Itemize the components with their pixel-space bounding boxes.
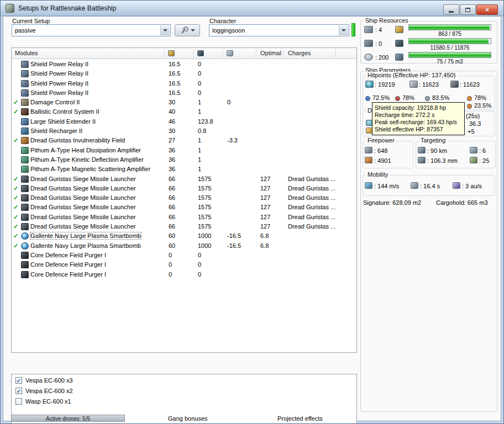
module-row[interactable]: ✓Dread Guristas Siege Missile Launcher66… bbox=[12, 193, 356, 203]
module-row[interactable]: ✓Dread Guristas Siege Missile Launcher66… bbox=[12, 203, 356, 212]
gang-bonuses-label[interactable]: Gang bonuses bbox=[168, 415, 208, 422]
module-row[interactable]: Shield Power Relay II16.50 bbox=[12, 60, 356, 69]
dronebay-icon bbox=[395, 54, 403, 61]
module-powergrid: 0 bbox=[198, 252, 201, 258]
column-header-optimal[interactable]: Optimal bbox=[260, 50, 281, 56]
setup-select[interactable]: passive bbox=[12, 24, 171, 36]
module-name: Pithum A-Type Kinetic Deflection Amplifi… bbox=[30, 156, 144, 163]
setup-tools-button[interactable] bbox=[175, 24, 200, 36]
module-optimal: 127 bbox=[260, 194, 270, 201]
slot-count: : 0 bbox=[375, 40, 382, 47]
module-name: Shield Power Relay II bbox=[30, 70, 88, 77]
cpu-column-icon[interactable] bbox=[168, 50, 175, 56]
module-row[interactable]: ✓Dread Guristas Siege Missile Launcher66… bbox=[12, 184, 356, 193]
module-row[interactable]: ✓Dread Guristas Siege Missile Launcher66… bbox=[12, 213, 356, 222]
module-row[interactable]: ✓Damage Control II3010 bbox=[12, 98, 356, 107]
launcher-module-icon bbox=[21, 194, 29, 202]
smartbomb-module-icon bbox=[21, 232, 29, 240]
drone-item[interactable]: ✓Vespa EC-600 x2 bbox=[12, 387, 356, 396]
character-select-arrow[interactable] bbox=[339, 25, 348, 35]
slot-count: : 4 bbox=[375, 26, 382, 33]
resource-bar-fill bbox=[409, 52, 491, 57]
module-row[interactable]: Pithum A-Type Kinetic Deflection Amplifi… bbox=[12, 155, 356, 165]
module-row[interactable]: ✓Dread Guristas Siege Missile Launcher66… bbox=[12, 222, 356, 231]
column-separator[interactable] bbox=[284, 49, 284, 58]
module-row[interactable]: Pithum A-Type Magnetic Scattering Amplif… bbox=[12, 165, 356, 174]
drone-item[interactable]: ✓Vespa EC-600 x3 bbox=[12, 377, 356, 386]
module-cpu: 30 bbox=[169, 128, 175, 134]
ship-resources-rows: : 4863 / 875: 011580.5 / 11875: 20075 / … bbox=[361, 22, 497, 63]
module-row[interactable]: ✓Ballistic Control System II401 bbox=[12, 107, 356, 116]
module-row[interactable]: Shield Power Relay II16.50 bbox=[12, 69, 356, 78]
close-button[interactable]: × bbox=[476, 4, 498, 15]
align-time-value: : 16.4 s bbox=[420, 183, 440, 189]
column-header-charges[interactable]: Charges bbox=[288, 50, 311, 56]
module-row[interactable]: ✓Gallente Navy Large Plasma Smartbomb601… bbox=[12, 241, 356, 251]
drone-checkbox[interactable]: ✓ bbox=[15, 377, 22, 384]
minimize-button[interactable] bbox=[443, 4, 459, 15]
module-row[interactable]: Core Defence Field Purger I00 bbox=[12, 251, 356, 260]
module-row[interactable]: Large Shield Extender II46123.8 bbox=[12, 117, 356, 126]
module-charges: Dread Guristas ... bbox=[288, 223, 335, 230]
module-name: Ballistic Control System II bbox=[30, 108, 99, 115]
module-row[interactable]: Shield Power Relay II16.50 bbox=[12, 88, 356, 98]
module-cpu: 36 bbox=[169, 166, 175, 172]
module-name: Large Shield Extender II bbox=[30, 118, 96, 125]
column-separator[interactable] bbox=[223, 49, 223, 58]
volley-value: : 4901 bbox=[374, 157, 391, 164]
module-powergrid: 1575 bbox=[198, 185, 211, 192]
module-name: Pithum A-Type Heat Dissipation Amplifier bbox=[30, 147, 141, 153]
module-cpu: 16.5 bbox=[169, 80, 180, 87]
module-row[interactable]: ✓Dread Guristas Siege Missile Launcher66… bbox=[12, 174, 356, 184]
maximize-button[interactable] bbox=[460, 4, 476, 15]
module-powergrid: 123.8 bbox=[198, 118, 213, 125]
column-separator[interactable] bbox=[335, 49, 336, 58]
module-powergrid: 1 bbox=[198, 166, 201, 172]
module-row[interactable]: Core Defence Field Purger I00 bbox=[12, 260, 356, 269]
module-capacitor: -16.5 bbox=[227, 232, 241, 239]
module-powergrid: 0 bbox=[198, 80, 201, 87]
column-separator[interactable] bbox=[193, 49, 194, 58]
modules-table[interactable]: Modules Optimal Charges Shield Power Rel… bbox=[11, 47, 357, 353]
module-cpu: 60 bbox=[169, 232, 175, 239]
column-separator[interactable] bbox=[256, 49, 256, 58]
module-optimal: 127 bbox=[260, 185, 270, 192]
scan-resolution-value: : 106.3 mm bbox=[427, 157, 458, 164]
projected-effects-label[interactable]: Projected effects bbox=[277, 415, 323, 422]
character-select[interactable]: loggingsoon bbox=[209, 24, 349, 36]
explosive-resist-icon bbox=[467, 104, 472, 109]
active-check-icon: ✓ bbox=[13, 204, 18, 211]
resource-bar bbox=[408, 38, 491, 44]
drone-checkbox[interactable] bbox=[15, 398, 22, 405]
max-velocity-icon bbox=[365, 182, 372, 189]
cargohold-value: Cargohold: 665 m3 bbox=[436, 199, 488, 206]
module-name: Shield Power Relay II bbox=[30, 89, 88, 96]
module-row[interactable]: Shield Power Relay II16.50 bbox=[12, 79, 356, 88]
active-check-icon: ✓ bbox=[13, 185, 18, 192]
volley-icon bbox=[365, 157, 372, 163]
module-row[interactable]: Shield Recharger II300.8 bbox=[12, 126, 356, 136]
pithum-module-icon bbox=[21, 166, 29, 173]
module-powergrid: 0 bbox=[198, 261, 201, 268]
drone-checkbox[interactable]: ✓ bbox=[15, 388, 22, 394]
shield-tooltip: Shield capacity: 19218.8 hp Recharge tim… bbox=[372, 102, 465, 135]
capacitor-column-icon[interactable] bbox=[227, 50, 233, 56]
module-row[interactable]: Core Defence Field Purger I00 bbox=[12, 270, 356, 279]
setup-select-arrow[interactable] bbox=[160, 25, 170, 35]
defense-fragment-bonus: +5 bbox=[468, 128, 475, 135]
launcher-hardpoints-icon bbox=[364, 40, 373, 47]
module-row[interactable]: ✓Dread Guristas Invulnerability Field271… bbox=[12, 136, 356, 145]
module-name: Pithum A-Type Magnetic Scattering Amplif… bbox=[30, 166, 150, 172]
column-separator[interactable] bbox=[164, 49, 165, 58]
column-header-modules[interactable]: Modules bbox=[15, 50, 38, 56]
defense-fragment-value: 36.3 bbox=[469, 120, 481, 127]
titlebar[interactable]: Setups for Rattlesnake Battleship × bbox=[1, 1, 503, 16]
module-row[interactable]: ✓Gallente Navy Large Plasma Smartbomb601… bbox=[12, 231, 356, 241]
resource-bar-fill bbox=[409, 39, 489, 44]
drone-item[interactable]: Wasp EC-600 x1 bbox=[12, 398, 356, 407]
powergrid-column-icon[interactable] bbox=[197, 50, 204, 56]
drone-label: Vespa EC-600 x2 bbox=[25, 388, 73, 394]
module-row[interactable]: Pithum A-Type Heat Dissipation Amplifier… bbox=[12, 146, 356, 155]
resource-value: 75 / 75 m3 bbox=[408, 59, 491, 65]
minimize-icon bbox=[449, 11, 454, 13]
